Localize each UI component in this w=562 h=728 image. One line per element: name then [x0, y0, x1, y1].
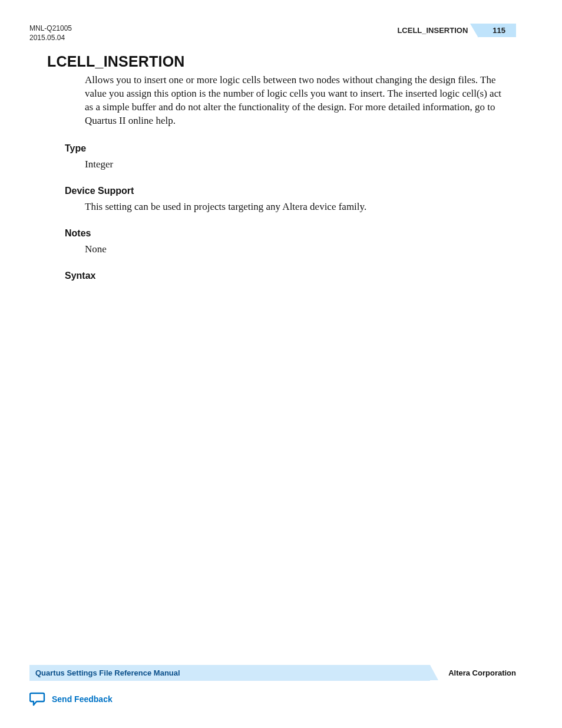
section-title-device-support: Device Support [65, 186, 516, 196]
page-footer: Quartus Settings File Reference Manual A… [29, 665, 516, 707]
section-body-type: Integer [85, 159, 516, 170]
intro-paragraph: Allows you to insert one or more logic c… [85, 74, 510, 128]
section-body-notes: None [85, 243, 516, 255]
section-title-type: Type [65, 143, 516, 154]
header-meta: MNL-Q21005 2015.05.04 [29, 24, 72, 42]
section-title-notes: Notes [65, 228, 516, 239]
page-number-badge: 115 [478, 24, 516, 37]
manual-title-link[interactable]: Quartus Settings File Reference Manual [29, 665, 430, 681]
company-name: Altera Corporation [448, 668, 516, 677]
section-notes: Notes None [65, 228, 516, 255]
section-title-syntax: Syntax [65, 271, 516, 281]
main-heading: LCELL_INSERTION [47, 53, 516, 70]
section-type: Type Integer [65, 143, 516, 170]
feedback-row: Send Feedback [29, 691, 516, 707]
section-body-device-support: This setting can be used in projects tar… [85, 201, 516, 213]
section-syntax: Syntax [65, 271, 516, 281]
doc-date: 2015.05.04 [29, 33, 72, 42]
speech-bubble-icon [29, 691, 46, 707]
page-header: MNL-Q21005 2015.05.04 LCELL_INSERTION 11… [29, 24, 516, 42]
section-device-support: Device Support This setting can be used … [65, 186, 516, 213]
doc-id: MNL-Q21005 [29, 24, 72, 33]
header-section-title: LCELL_INSERTION [397, 26, 478, 35]
header-right: LCELL_INSERTION 115 [397, 24, 516, 37]
document-page: MNL-Q21005 2015.05.04 LCELL_INSERTION 11… [0, 0, 562, 728]
footer-bar: Quartus Settings File Reference Manual A… [29, 665, 516, 681]
send-feedback-link[interactable]: Send Feedback [52, 694, 113, 704]
